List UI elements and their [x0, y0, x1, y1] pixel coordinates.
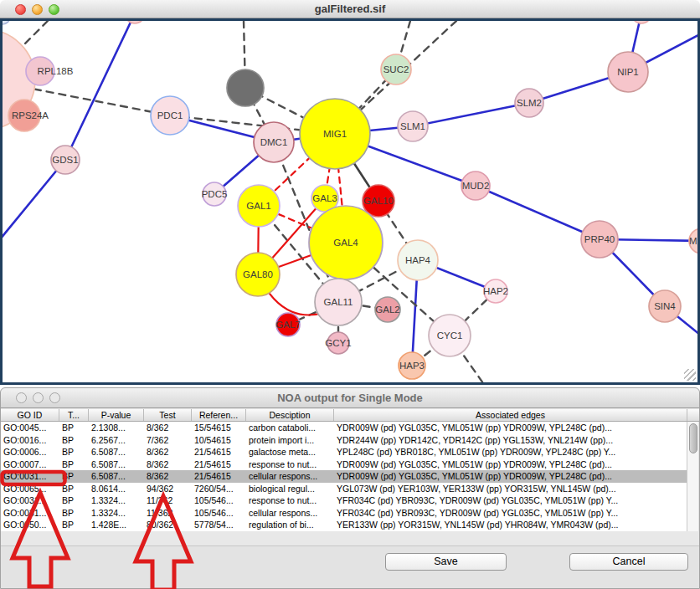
table-cell: YDR009W (pd) YGL035C, YML051W (pp) YDR00… [334, 470, 687, 483]
network-node-TP2[interactable] [631, 21, 651, 23]
table-cell: regulation of bi... [246, 519, 334, 531]
table-cell: 8/362 [144, 422, 192, 434]
table-cell: 7/362 [144, 434, 192, 447]
network-edge [476, 186, 600, 239]
table-cell: BP [59, 494, 89, 507]
network-window-title: galFiltered.sif [0, 0, 700, 18]
table-row[interactable]: GO:0006...BP6.5087...8/36221/54615galact… [1, 446, 687, 458]
table-cell: 5778/54... [192, 519, 246, 531]
network-canvas[interactable]: RPL18BRPS24AGDS1PDC1DMC1MIG1SUC2SLM1SLM2… [3, 21, 697, 382]
table-cell: 8/362 [144, 458, 192, 471]
table-row[interactable]: GO:0031...BP1.3324...11/362105/546...res… [1, 494, 687, 507]
table-cell: BP [59, 422, 89, 434]
network-node-label: PRP40 [584, 234, 615, 244]
network-node-label: MIG1 [323, 129, 347, 139]
noa-output-window: NOA output for Single Mode GO IDT...P-va… [0, 387, 700, 589]
table-row[interactable]: GO:0016...BP6.2567...7/36210/54615protei… [1, 434, 687, 447]
noa-window-titlebar[interactable]: NOA output for Single Mode [1, 388, 699, 408]
table-cell: 6.5087... [89, 446, 144, 458]
table-cell: GO:0050... [1, 519, 59, 531]
network-node-label: GDS1 [52, 155, 78, 165]
table-scrollbar[interactable] [687, 422, 698, 531]
table-cell: GO:0007... [1, 458, 59, 471]
table-cell: 2.1308... [89, 422, 144, 434]
header-cell-go-id[interactable]: GO ID [1, 409, 59, 421]
table-cell: GO:0045... [1, 422, 59, 434]
table-cell: 15/54615 [192, 422, 246, 434]
table-cell: 10/54615 [192, 434, 246, 447]
network-node-label: PDC5 [202, 189, 228, 199]
network-node-label: SLM1 [400, 121, 425, 131]
table-cell: 1.3324... [89, 494, 144, 507]
table-cell: BP [59, 470, 89, 483]
network-node-label: GAL80 [243, 269, 273, 279]
table-cell: GO:0006... [1, 446, 59, 458]
header-cell-p-value[interactable]: P-value [89, 409, 144, 421]
network-node-label: HAP3 [399, 361, 425, 371]
network-node-label: GAL2 [375, 305, 399, 315]
cancel-button[interactable]: Cancel [569, 553, 688, 571]
network-node-GRAY1[interactable] [227, 69, 264, 106]
save-button[interactable]: Save [385, 553, 507, 571]
table-cell: BP [59, 446, 89, 458]
network-edge [413, 103, 529, 126]
network-node-TP1[interactable] [125, 21, 145, 23]
table-cell: 6.2567... [89, 434, 144, 447]
network-node-label: MSL1 [689, 236, 697, 246]
table-cell: YFR034C (pd) YBR093C, YDR009W (pd) YGL03… [334, 507, 687, 520]
table-cell: galactose meta... [246, 446, 334, 458]
header-cell-test[interactable]: Test [144, 409, 192, 421]
network-view: RPL18BRPS24AGDS1PDC1DMC1MIG1SUC2SLM1SLM2… [0, 18, 700, 385]
network-node-CORNER[interactable] [3, 21, 10, 24]
table-row[interactable]: GO:0045...BP2.1308...8/36215/54615carbon… [1, 422, 687, 434]
network-node-label: HAP2 [483, 286, 508, 296]
network-node-label: GCY1 [325, 338, 351, 348]
table-cell: 80/362 [144, 519, 192, 531]
table-row[interactable]: GO:0065...BP8.0614...94/3627260/54...bio… [1, 483, 687, 495]
table-cell: YDR009W (pd) YGL035C, YML051W (pp) YDR00… [334, 458, 687, 471]
network-node-label: RPS24A [12, 110, 49, 120]
header-cell-desciption[interactable]: Desciption [246, 409, 334, 421]
table-cell: GO:0031... [1, 494, 59, 507]
table-cell: biological regul... [246, 483, 334, 495]
table-cell: protein import i... [246, 434, 334, 447]
network-node-label: GAL1 [246, 201, 270, 211]
table-empty-area [1, 531, 699, 546]
table-cell: 6.5087... [89, 470, 144, 483]
scrollbar-thumb[interactable] [689, 423, 697, 453]
network-node-label: PDC1 [157, 110, 183, 120]
network-window-titlebar[interactable]: galFiltered.sif [0, 0, 700, 18]
resize-grip[interactable] [684, 369, 696, 381]
network-node-label: MUD2 [462, 181, 490, 191]
table-row[interactable]: GO:0031...BP6.5087...8/36221/54615cellul… [1, 470, 687, 483]
network-edge [65, 21, 135, 160]
network-edge [3, 160, 65, 239]
network-node-label: NIP1 [617, 67, 639, 77]
table-cell: 21/54615 [192, 470, 246, 483]
table-cell: YGL073W (pd) YER103W, YER133W (pp) YOR31… [334, 483, 687, 495]
table-cell: 1.428E... [89, 519, 144, 531]
table-header: GO IDT...P-valueTestReferen...Desciption… [1, 409, 699, 422]
table-cell: GO:0016... [1, 434, 59, 447]
table-cell: cellular respons... [246, 507, 334, 520]
table-row[interactable]: GO:0031...BP1.3324...11/362105/546...cel… [1, 507, 687, 520]
table-cell: carbon cataboli... [246, 422, 334, 434]
header-cell-referen[interactable]: Referen... [192, 409, 246, 421]
table-cell: GO:0031... [1, 507, 59, 520]
table-cell: cellular respons... [246, 470, 334, 483]
table-row[interactable]: GO:0050...BP1.428E...80/3625778/54...reg… [1, 519, 687, 531]
header-cell-associated-edges[interactable]: Associated edges [334, 409, 687, 421]
network-node-label: GAL4 [333, 238, 358, 248]
table-row[interactable]: GO:0007...BP6.5087...8/36221/54615respon… [1, 458, 687, 471]
table-cell: 21/54615 [192, 458, 246, 471]
header-cell-t[interactable]: T... [59, 409, 89, 421]
table-cell: YER133W (pp) YOR315W, YNL145W (pd) YHR08… [334, 519, 687, 531]
table-cell: 105/546... [192, 507, 246, 520]
table-cell: YFR034C (pd) YBR093C, YDR009W (pd) YGL03… [334, 494, 687, 507]
table-cell: BP [59, 458, 89, 471]
network-node-label: SLM2 [517, 98, 542, 108]
table-cell: response to nut... [246, 494, 334, 507]
network-node-label: GAL3 [312, 193, 337, 203]
table-cell: 6.5087... [89, 458, 144, 471]
table-cell: YDR009W (pd) YGL035C, YML051W (pp) YDR00… [334, 422, 687, 434]
